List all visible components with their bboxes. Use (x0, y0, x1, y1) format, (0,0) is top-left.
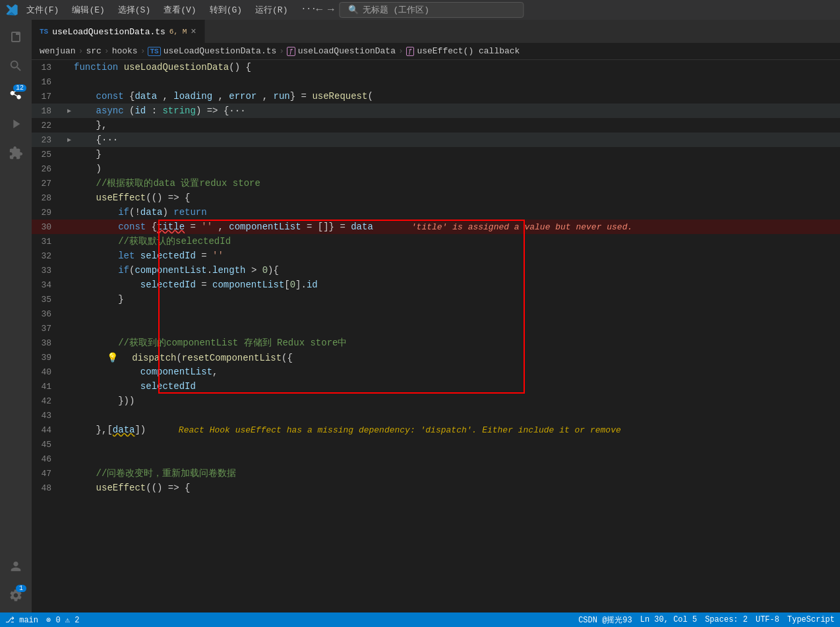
line-content-41: selectedId (74, 381, 840, 392)
line-num-34: 34 (32, 280, 65, 290)
code-line-22: 22 }, (32, 118, 840, 133)
line-content-42: })) (74, 396, 840, 406)
code-line-26: 26 ) (32, 162, 840, 176)
line-num-42: 42 (32, 396, 65, 406)
fold-arrow-23[interactable]: ▶ (65, 136, 74, 144)
code-line-47: 47 //问卷改变时，重新加载问卷数据 (32, 466, 840, 481)
code-line-34: 34 selectedId = componentList[0].id (32, 278, 840, 292)
activity-source-control-icon[interactable]: 12 (4, 83, 28, 107)
line-num-35: 35 (32, 295, 65, 305)
line-num-30: 30 (32, 222, 65, 232)
line-content-29: if(!data) return (74, 207, 840, 218)
line-num-36: 36 (32, 309, 65, 319)
line-num-23: 23 (32, 135, 65, 145)
breadcrumb-ts-icon: TS (148, 47, 160, 56)
code-line-23: 23 ▶ {··· (32, 133, 840, 147)
breadcrumb-function[interactable]: useLoadQuestionData (298, 46, 396, 56)
line-num-29: 29 (32, 208, 65, 218)
status-encoding[interactable]: UTF-8 (756, 615, 779, 624)
menu-select[interactable]: 选择(S) (113, 3, 156, 17)
code-line-31: 31 //获取默认的selectedId (32, 234, 840, 249)
line-num-48: 48 (32, 483, 65, 493)
status-position[interactable]: Ln 30, Col 5 (640, 615, 697, 624)
line-num-32: 32 (32, 251, 65, 261)
breadcrumb-src[interactable]: src (86, 46, 101, 56)
code-line-32: 32 let selectedId = '' (32, 249, 840, 263)
breadcrumb-callback-icon: ƒ (406, 47, 415, 56)
line-num-18: 18 (32, 106, 65, 116)
line-num-40: 40 (32, 367, 65, 377)
line-num-28: 28 (32, 193, 65, 203)
line-num-33: 33 (32, 266, 65, 276)
search-text: 无标题 (工作区) (363, 4, 429, 16)
breadcrumb-callback[interactable]: useEffect() callback (417, 46, 520, 56)
breadcrumb-filename[interactable]: useLoadQuestionData.ts (164, 46, 277, 56)
activity-extensions-icon[interactable] (4, 141, 28, 165)
breadcrumb-wenjuan[interactable]: wenjuan (40, 46, 76, 56)
activity-bar: 12 1 (0, 20, 32, 612)
code-line-35: 35 } (32, 292, 840, 307)
code-line-13: 13 function useLoadQuestionData() { (32, 60, 840, 75)
line-content-13: function useLoadQuestionData() { (74, 62, 840, 73)
status-branch[interactable]: ⎇ main (5, 615, 38, 625)
line-content-32: let selectedId = '' (74, 251, 840, 261)
line-num-17: 17 (32, 92, 65, 102)
activity-run-debug-icon[interactable] (4, 112, 28, 136)
line-content-38: //获取到的componentList 存储到 Redux store中 (74, 337, 840, 349)
line-num-39: 39 (32, 353, 65, 363)
line-num-13: 13 (32, 63, 65, 73)
activity-bottom: 1 (4, 554, 28, 612)
menu-view[interactable]: 查看(V) (158, 3, 201, 17)
editor-lines[interactable]: 13 function useLoadQuestionData() { 16 1… (32, 60, 840, 612)
status-spaces[interactable]: Spaces: 2 (705, 615, 748, 624)
fold-arrow-18[interactable]: ▶ (65, 107, 74, 115)
titlebar: 文件(F) 编辑(E) 选择(S) 查看(V) 转到(G) 运行(R) ··· … (0, 0, 840, 20)
status-language[interactable]: TypeScript (787, 615, 835, 624)
activity-files-icon[interactable] (4, 25, 28, 49)
activity-settings-icon[interactable]: 1 (4, 583, 28, 607)
line-num-26: 26 (32, 164, 65, 174)
line-content-22: }, (74, 120, 840, 131)
code-line-27: 27 //根据获取的data 设置redux store (32, 176, 840, 191)
main-layout: 12 1 TS useLoadQuestionData.ts 6, M × (0, 20, 840, 612)
menu-run[interactable]: 运行(R) (250, 3, 293, 17)
status-errors[interactable]: ⊗ 0 ⚠ 2 (46, 615, 79, 625)
line-num-16: 16 (32, 77, 65, 87)
nav-back-button[interactable]: ← (316, 4, 322, 16)
code-line-42: 42 })) (32, 394, 840, 408)
line-content-39: 💡 dispatch(resetComponentList({ (74, 352, 840, 363)
code-editor-body: 13 function useLoadQuestionData() { 16 1… (32, 60, 840, 612)
tabs-bar: TS useLoadQuestionData.ts 6, M × (32, 20, 840, 43)
line-num-44: 44 (32, 425, 65, 435)
menu-goto[interactable]: 转到(G) (204, 3, 247, 17)
breadcrumb-hooks[interactable]: hooks (112, 46, 138, 56)
code-line-40: 40 componentList, (32, 365, 840, 379)
vscode-logo-icon (5, 3, 18, 16)
line-content-35: } (74, 294, 840, 305)
search-box[interactable]: 🔍 无标题 (工作区) (340, 2, 524, 18)
code-line-45: 45 (32, 437, 840, 452)
tab-close-button[interactable]: × (191, 26, 196, 37)
breadcrumb-func-icon: ƒ (287, 47, 295, 56)
line-num-43: 43 (32, 411, 65, 421)
line-content-26: ) (74, 164, 840, 174)
line-content-30: const {title = '' , componentList = []} … (74, 222, 840, 232)
line-content-31: //获取默认的selectedId (74, 235, 840, 247)
status-csdn: CSDN @摇光93 (578, 614, 632, 626)
line-content-34: selectedId = componentList[0].id (74, 280, 840, 290)
code-line-46: 46 (32, 452, 840, 466)
tab-useloadquestiondata[interactable]: TS useLoadQuestionData.ts 6, M × (32, 20, 205, 43)
line-num-38: 38 (32, 338, 65, 348)
code-line-28: 28 useEffect(() => { (32, 191, 840, 205)
line-content-33: if(componentList.length > 0){ (74, 265, 840, 276)
code-line-41: 41 selectedId (32, 379, 840, 394)
code-line-17: 17 const {data , loading , error , run} … (32, 89, 840, 104)
nav-forward-button[interactable]: → (328, 4, 334, 16)
activity-search-icon[interactable] (4, 54, 28, 78)
code-line-33: 33 if(componentList.length > 0){ (32, 263, 840, 278)
activity-account-icon[interactable] (4, 554, 28, 578)
code-line-44: 44 },[data]) React Hook useEffect has a … (32, 423, 840, 437)
settings-badge: 1 (16, 585, 26, 592)
menu-file[interactable]: 文件(F) (21, 3, 64, 17)
menu-edit[interactable]: 编辑(E) (67, 3, 109, 17)
